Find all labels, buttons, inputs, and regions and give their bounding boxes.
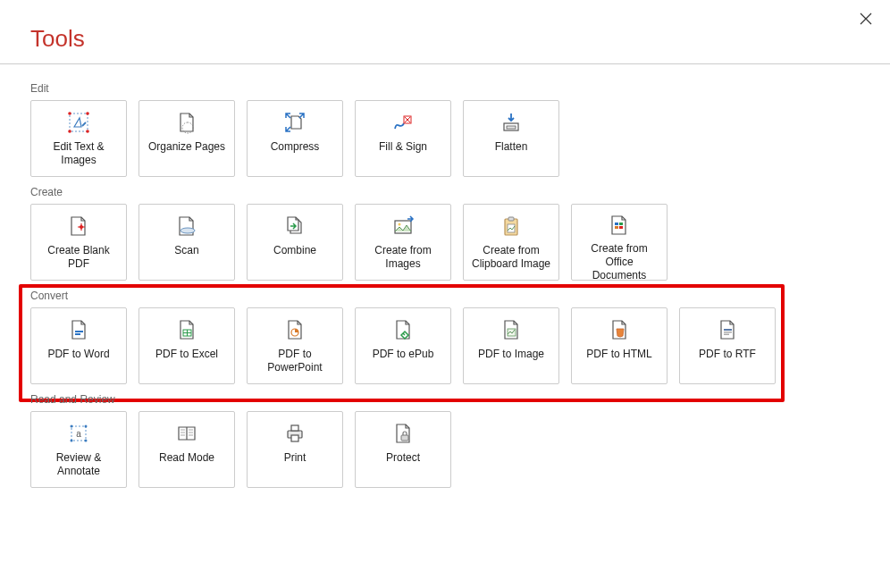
svg-rect-15 (619, 223, 623, 225)
tool-label: Create from Clipboard Image (469, 244, 553, 271)
rtf-icon (715, 317, 740, 342)
organize-pages-icon (174, 110, 199, 135)
tool-label: Read Mode (159, 451, 214, 465)
tool-label: PDF to Word (47, 348, 109, 361)
tool-label: PDF to ePub (373, 348, 434, 361)
tool-pdf-to-rtf[interactable]: PDF to RTF (679, 307, 776, 384)
close-button[interactable] (856, 9, 876, 29)
tool-label: Create from Office Documents (577, 242, 661, 282)
print-icon (282, 421, 307, 446)
svg-point-4 (86, 130, 89, 133)
flatten-icon (499, 110, 524, 135)
image-icon (499, 317, 524, 342)
tool-organize-pages[interactable]: Organize Pages (139, 100, 235, 177)
tool-label: Create from Images (361, 244, 445, 271)
word-icon (66, 317, 91, 342)
combine-icon (282, 214, 307, 239)
tool-label: Create Blank PDF (37, 244, 121, 271)
tool-flatten[interactable]: Flatten (463, 100, 559, 177)
tool-create-from-images[interactable]: Create from Images (355, 204, 451, 281)
tool-label: Flatten (495, 140, 528, 154)
tool-label: Scan (174, 244, 198, 257)
tool-print[interactable]: Print (247, 411, 343, 488)
scan-icon (174, 214, 199, 239)
svg-rect-19 (75, 333, 80, 335)
edit-text-icon (66, 110, 91, 135)
tool-edit-text-images[interactable]: Edit Text & Images (30, 100, 127, 177)
powerpoint-icon (282, 317, 307, 342)
tool-label: PDF to RTF (699, 348, 756, 361)
section-read: Read and Review a Review & Annotate (30, 393, 872, 488)
tool-label: PDF to Excel (155, 348, 218, 361)
svg-rect-35 (401, 435, 408, 441)
tool-compress[interactable]: Compress (247, 100, 343, 177)
svg-rect-24 (724, 332, 732, 333)
read-mode-icon (174, 421, 199, 446)
svg-rect-16 (615, 226, 618, 229)
svg-rect-14 (615, 223, 618, 225)
tool-read-mode[interactable]: Read Mode (139, 411, 235, 488)
svg-point-30 (85, 440, 88, 442)
svg-point-27 (71, 425, 73, 428)
svg-rect-7 (507, 126, 516, 129)
tool-label: Fill & Sign (379, 140, 427, 154)
section-label-create: Create (30, 186, 872, 198)
svg-point-3 (68, 130, 71, 133)
section-create: Create Create Blank PDF (30, 186, 872, 281)
protect-icon (390, 421, 416, 446)
image-file-icon (390, 214, 416, 239)
svg-rect-17 (619, 226, 623, 229)
section-label-convert: Convert (30, 290, 872, 302)
tool-label: Review & Annotate (37, 451, 121, 478)
compress-icon (282, 110, 307, 135)
tool-pdf-to-epub[interactable]: PDF to ePub (355, 307, 451, 384)
tool-pdf-to-excel[interactable]: PDF to Excel (139, 307, 235, 384)
page-title: Tools (0, 0, 890, 63)
excel-icon (174, 317, 199, 342)
svg-text:a: a (76, 429, 81, 439)
tool-label: Edit Text & Images (37, 140, 121, 167)
tool-pdf-to-html[interactable]: PDF to HTML (571, 307, 668, 384)
close-icon (860, 13, 872, 25)
html-icon (607, 317, 632, 342)
tool-pdf-to-word[interactable]: PDF to Word (30, 307, 127, 384)
tool-pdf-to-image[interactable]: PDF to Image (463, 307, 559, 384)
section-edit: Edit Edit Text & Images (30, 82, 872, 177)
blank-pdf-icon (66, 214, 91, 239)
tool-label: PDF to Image (478, 348, 544, 361)
tool-review-annotate[interactable]: a Review & Annotate (30, 411, 127, 488)
tool-label: Compress (271, 140, 320, 154)
tool-label: Combine (273, 244, 316, 257)
svg-rect-12 (508, 217, 514, 221)
tool-label: PDF to HTML (586, 348, 651, 361)
section-label-read: Read and Review (30, 393, 872, 406)
annotate-icon: a (66, 421, 91, 446)
tool-label: Organize Pages (148, 140, 225, 154)
tool-label: Protect (386, 451, 420, 465)
svg-point-2 (86, 112, 89, 115)
section-convert: Convert PDF to Word (30, 290, 872, 384)
svg-rect-33 (291, 425, 298, 431)
svg-point-28 (85, 425, 88, 428)
tool-fill-sign[interactable]: Fill & Sign (355, 100, 451, 177)
epub-icon (390, 317, 416, 342)
office-docs-icon (607, 214, 632, 237)
tool-create-blank-pdf[interactable]: Create Blank PDF (30, 204, 127, 281)
svg-rect-34 (291, 435, 298, 441)
svg-point-10 (399, 223, 401, 226)
tool-combine[interactable]: Combine (247, 204, 343, 281)
tool-scan[interactable]: Scan (139, 204, 235, 281)
tool-pdf-to-powerpoint[interactable]: PDF to PowerPoint (247, 307, 343, 384)
tool-label: PDF to PowerPoint (253, 348, 337, 374)
fill-sign-icon (390, 110, 416, 135)
svg-point-1 (68, 112, 71, 115)
svg-point-8 (181, 228, 195, 233)
section-label-edit: Edit (30, 82, 872, 95)
clipboard-icon (499, 214, 524, 239)
svg-point-29 (71, 440, 73, 442)
svg-rect-23 (724, 329, 732, 331)
tool-create-from-clipboard[interactable]: Create from Clipboard Image (463, 204, 559, 281)
tool-protect[interactable]: Protect (355, 411, 451, 488)
tool-create-from-office[interactable]: Create from Office Documents (571, 204, 668, 281)
svg-rect-25 (724, 334, 729, 336)
